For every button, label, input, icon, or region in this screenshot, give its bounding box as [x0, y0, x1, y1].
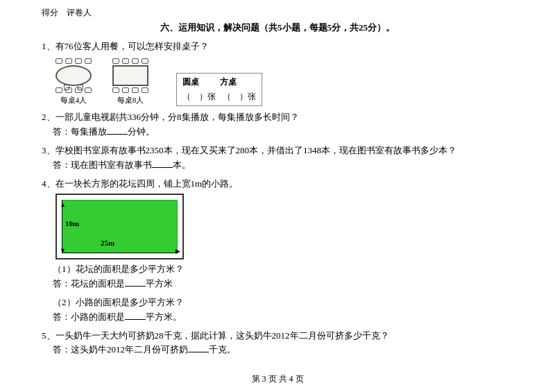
q4-a2-prefix: 答：小路的面积是	[53, 312, 125, 322]
dim-w-label: 25m	[101, 237, 114, 250]
q4-sub1: （1）花坛的面积是多少平方米？	[53, 262, 513, 277]
q4-answer2: 答：小路的面积是平方米。	[53, 310, 513, 325]
chair-icon	[142, 87, 148, 93]
q2-answer-prefix: 答：每集播放	[53, 126, 107, 137]
q2-blank	[107, 134, 128, 135]
page: 得分 评卷人 六、运用知识，解决问题（共5小题，每题5分，共25分）。 1、有7…	[0, 0, 555, 392]
q2-answer-suffix: 分钟。	[128, 126, 155, 137]
q4-a1-suffix: 平方米	[146, 278, 173, 289]
w-arrow	[62, 253, 178, 253]
arrow-up: ▲	[60, 200, 66, 210]
chair-icon	[132, 58, 139, 64]
per-table-8-label: 每桌8人	[117, 94, 144, 107]
q1-answer-grid: 圆桌 方桌 （ ）张 （ ）张	[176, 73, 262, 106]
q3-answer-suffix: 本。	[173, 160, 191, 170]
dim-h-label: 10m	[65, 218, 79, 230]
chair-icon	[112, 87, 119, 93]
chair-icon	[132, 87, 139, 93]
footer: 第 3 页 共 4 页	[42, 373, 513, 385]
q4-blank2	[125, 319, 146, 320]
reviewer-label: 评卷人	[67, 7, 92, 19]
chair-icon	[112, 58, 119, 64]
question-5-text: 5、一头奶牛一天大约可挤奶28千克，据此计算，这头奶牛2012年二月份可挤多少千…	[42, 329, 513, 343]
question-5-answer: 答：这头奶牛2012年二月份可挤奶千克。	[53, 343, 513, 357]
col2-header: 方桌	[220, 76, 237, 89]
chair-icon	[142, 58, 148, 64]
q5-blank	[188, 352, 209, 352]
chair-icon	[65, 58, 72, 64]
round-table-shape	[56, 65, 92, 86]
section-title: 六、运用知识，解决问题（共5小题，每题5分，共25分）。	[42, 22, 513, 34]
round-table-img: 每桌4人	[56, 58, 92, 107]
square-table-img: 每桌8人	[112, 58, 148, 107]
square-table-shape	[112, 65, 148, 86]
page-info: 第 3 页 共 4 页	[252, 374, 304, 384]
chair-icon	[122, 87, 129, 93]
per-table-4-label: 每桌4人	[60, 94, 87, 107]
q4-a2-suffix: 平方米。	[146, 312, 182, 322]
arrow-right: ▶	[176, 246, 180, 256]
question-3: 3、学校图书室原有故事书2350本，现在又买来了280本，并借出了1348本，现…	[42, 144, 513, 173]
q4-a1-prefix: 答：花坛的面积是	[53, 278, 125, 289]
question-2-text: 2、一部儿童电视剧共336分钟，分8集播放，每集播放多长时间？	[42, 110, 513, 125]
chair-icon	[56, 58, 62, 64]
question-4: 4、在一块长方形的花坛四周，铺上宽1m的小路。 10m 25m ▲ ▼ ▶ （1…	[42, 177, 513, 325]
chair-icon	[85, 87, 92, 93]
question-3-answer: 答：现在图书室有故事书本。	[53, 158, 513, 173]
question-2: 2、一部儿童电视剧共336分钟，分8集播放，每集播放多长时间？ 答：每集播放分钟…	[42, 110, 513, 139]
question-2-answer: 答：每集播放分钟。	[53, 125, 513, 139]
question-3-text: 3、学校图书室原有故事书2350本，现在又买来了280本，并借出了1348本，现…	[42, 144, 513, 158]
q4-answer1: 答：花坛的面积是平方米	[53, 277, 513, 291]
q3-answer-prefix: 答：现在图书室有故事书	[53, 160, 152, 170]
chair-icon	[85, 58, 92, 64]
q3-blank	[152, 167, 173, 168]
chair-icon	[75, 58, 82, 64]
q1-illustration: 每桌4人 每桌8人	[56, 58, 513, 107]
score-label: 得分	[42, 7, 58, 19]
chair-icon	[56, 87, 62, 93]
top-bar: 得分 评卷人	[42, 7, 513, 19]
arrow-down: ▼	[60, 246, 66, 255]
col1-header: 圆桌	[182, 76, 199, 89]
question-5: 5、一头奶牛一天大约可挤奶28千克，据此计算，这头奶牛2012年二月份可挤多少千…	[42, 329, 513, 358]
q4-diagram: 10m 25m ▲ ▼ ▶	[56, 194, 184, 259]
chair-icon	[122, 58, 129, 64]
q5-answer-prefix: 答：这头奶牛2012年二月份可挤奶	[53, 344, 188, 355]
question-1: 1、有76位客人用餐，可以怎样安排桌子？	[42, 40, 513, 106]
q1-answer-square: （ ）张	[223, 90, 256, 103]
q1-answer-round: （ ）张	[182, 90, 216, 103]
question-1-text: 1、有76位客人用餐，可以怎样安排桌子？	[42, 40, 513, 54]
q5-answer-suffix: 千克。	[209, 344, 236, 355]
q4-sub2: （2）小路的面积是多少平方米？	[53, 296, 513, 310]
q4-blank1	[125, 286, 146, 287]
question-4-text: 4、在一块长方形的花坛四周，铺上宽1m的小路。	[42, 177, 513, 191]
